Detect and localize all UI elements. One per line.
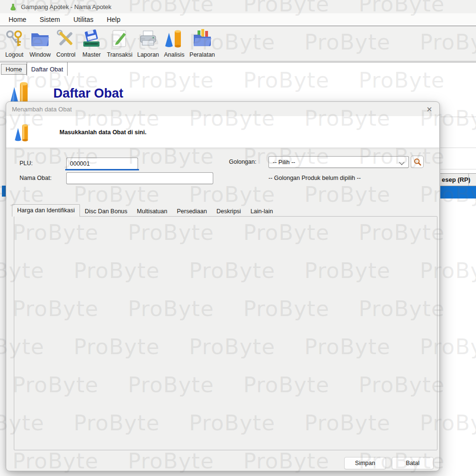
- dialog-title: Menambah data Obat: [12, 106, 72, 113]
- tab-harga-dan-identifikasi[interactable]: Harga dan Identifikasi: [12, 204, 80, 217]
- tab-persediaan[interactable]: Persediaan: [172, 206, 211, 217]
- toolbar-divider-light: [0, 61, 476, 61]
- add-obat-dialog: Menambah data Obat ✕ Masukkanlah data Ob…: [6, 101, 440, 471]
- golongan-hint: -- Golongan Produk belum dipilih --: [268, 172, 361, 184]
- tab-home[interactable]: Home: [1, 64, 27, 75]
- nama-obat-label: Nama Obat:: [20, 172, 51, 184]
- window-titlebar: Gampang Apotek - Nama Apotek: [0, 0, 476, 13]
- flask-icon: [10, 3, 17, 10]
- toolbar-master-button[interactable]: Master: [79, 28, 104, 58]
- grid-column-header-partial: esep (RP): [440, 173, 476, 186]
- bg-panel-line: [440, 169, 476, 169]
- batal-button[interactable]: Batal: [392, 457, 434, 469]
- menu-utilitas[interactable]: Utilitas: [67, 16, 100, 23]
- simpan-button[interactable]: Simpan: [344, 457, 386, 469]
- printer-icon: [138, 28, 159, 51]
- tab-content-panel: [14, 216, 437, 450]
- floppy-stack-icon: [81, 28, 102, 51]
- dialog-tab-strip: Harga dan Identifikasi Disc Dan Bonus Mu…: [12, 205, 278, 217]
- plu-label: PLU:: [20, 158, 33, 169]
- menu-bar: Home Sistem Utilitas Help: [0, 13, 476, 26]
- tab-lain-lain[interactable]: Lain-lain: [246, 206, 278, 217]
- toolbar-analisis-button[interactable]: Analisis: [161, 28, 187, 58]
- close-icon[interactable]: ✕: [424, 104, 435, 115]
- menu-home[interactable]: Home: [2, 16, 33, 23]
- folder-icon: [30, 28, 50, 51]
- bg-panel-line: [440, 148, 476, 148]
- window-title: Gampang Apotek - Nama Apotek: [21, 3, 111, 10]
- tools-icon: [55, 28, 76, 51]
- tab-deskripsi[interactable]: Deskripsi: [212, 206, 246, 217]
- chevron-down-icon: [399, 159, 404, 165]
- golongan-search-button[interactable]: [411, 156, 424, 168]
- tab-disc-dan-bonus[interactable]: Disc Dan Bonus: [80, 206, 132, 217]
- grid-selected-row[interactable]: [440, 186, 476, 198]
- keys-icon: [4, 28, 25, 51]
- toolbar-control-button[interactable]: Control: [53, 28, 79, 58]
- golongan-select[interactable]: -- Pilih --: [268, 156, 409, 168]
- chart-3d-icon: [14, 121, 30, 143]
- menu-sistem[interactable]: Sistem: [33, 16, 67, 23]
- toolbar-transaksi-button[interactable]: Transaksi: [104, 28, 135, 58]
- nama-obat-input[interactable]: [66, 172, 213, 184]
- toolbar: Logout Window Control Master: [0, 27, 476, 61]
- dialog-banner-text: Masukkanlah data Obat di sini.: [60, 116, 147, 148]
- chart-3d-icon: [164, 28, 185, 51]
- menu-help[interactable]: Help: [100, 16, 127, 23]
- tab-daftar-obat[interactable]: Daftar Obat: [27, 62, 68, 76]
- toolbar-peralatan-button[interactable]: Peralatan: [187, 28, 218, 58]
- search-icon: [413, 158, 422, 166]
- toolbar-laporan-button[interactable]: Laporan: [135, 28, 161, 58]
- plu-input[interactable]: [66, 158, 138, 169]
- folder-tools-icon: [192, 28, 213, 51]
- toolbar-window-button[interactable]: Window: [27, 28, 53, 58]
- toolbar-logout-button[interactable]: Logout: [1, 28, 27, 58]
- bg-panel-line: [440, 117, 476, 117]
- note-pencil-icon: [109, 28, 130, 51]
- dialog-titlebar: Menambah data Obat: [6, 102, 439, 116]
- golongan-label: Golongan:: [229, 156, 257, 168]
- grid-header-divider: [468, 174, 469, 186]
- tab-multisatuan[interactable]: Multisatuan: [132, 206, 172, 217]
- plu-focus-underline: [65, 169, 139, 170]
- page-title: Daftar Obat: [53, 86, 123, 101]
- app-window: Gampang Apotek - Nama Apotek Home Sistem…: [0, 0, 476, 476]
- dialog-banner: Masukkanlah data Obat di sini.: [6, 116, 439, 148]
